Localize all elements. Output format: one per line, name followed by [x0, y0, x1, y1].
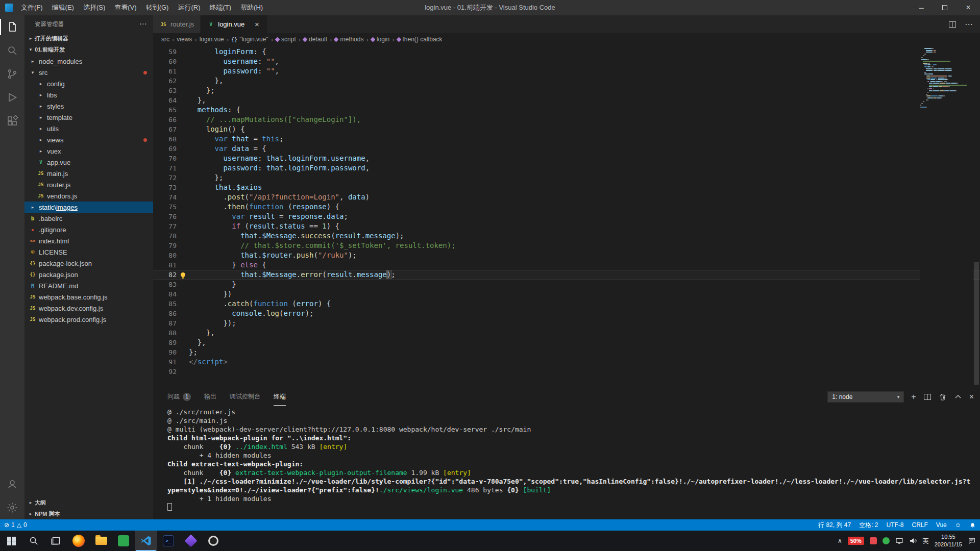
code-line-80[interactable]: 80 that.$router.push("/ruku"); — [153, 251, 980, 260]
breadcrumb-item[interactable]: then() callback — [397, 36, 443, 43]
code-line-67[interactable]: 67 login() { — [153, 124, 980, 134]
more-actions-icon[interactable]: ⋯ — [965, 19, 973, 29]
breadcrumb-item[interactable]: src — [161, 36, 169, 43]
taskbar-green-app[interactable] — [112, 531, 135, 551]
feedback-smiley-icon[interactable]: ☺ — [951, 519, 965, 531]
code-line-78[interactable]: 78 that.$Message.success(result.message)… — [153, 231, 980, 241]
source-control-icon[interactable] — [0, 62, 24, 86]
code-line-65[interactable]: 65 methods: { — [153, 105, 980, 115]
tree-item-index.html[interactable]: <>index.html — [24, 235, 153, 246]
kill-terminal-icon[interactable] — [939, 393, 947, 401]
code-line-61[interactable]: 61 password: "", — [153, 66, 980, 76]
notifications-bell-icon[interactable] — [965, 519, 980, 531]
menu-edit[interactable]: 编辑(E) — [47, 0, 79, 15]
code-line-70[interactable]: 70 username: that.loginForm.username, — [153, 154, 980, 163]
start-button[interactable] — [0, 531, 22, 551]
menu-selection[interactable]: 选择(S) — [79, 0, 110, 15]
code-line-64[interactable]: 64 }, — [153, 95, 980, 105]
tree-item-vendors.js[interactable]: JSvendors.js — [24, 190, 153, 202]
tree-item-main.js[interactable]: JSmain.js — [24, 168, 153, 179]
problems-status[interactable]: ⊘1 △0 — [0, 519, 31, 531]
breadcrumb-item[interactable]: views — [177, 36, 192, 43]
breadcrumb-item[interactable]: login.vue — [200, 36, 224, 43]
tab-login.vue[interactable]: Vlogin.vue× — [201, 15, 267, 33]
code-line-72[interactable]: 72 }; — [153, 173, 980, 183]
tree-item-views[interactable]: ▸views — [24, 134, 153, 145]
code-line-76[interactable]: 76 var result = response.data; — [153, 212, 980, 221]
network-icon[interactable] — [895, 537, 903, 545]
tree-item-package-lock.json[interactable]: {}package-lock.json — [24, 258, 153, 269]
code-line-86[interactable]: 86 console.log(error); — [153, 309, 980, 318]
open-editors-section[interactable]: ▸ 打开的编辑器 — [24, 33, 153, 44]
menu-help[interactable]: 帮助(H) — [236, 0, 267, 15]
code-line-59[interactable]: 59 loginForm: { — [153, 47, 980, 57]
run-debug-icon[interactable] — [0, 86, 24, 109]
code-line-84[interactable]: 84 }) — [153, 289, 980, 299]
language-mode[interactable]: Vue — [932, 519, 951, 531]
tree-item-package.json[interactable]: {}package.json — [24, 269, 153, 280]
taskbar-recorder-app[interactable] — [202, 531, 225, 551]
tab-router.js[interactable]: JSrouter.js — [153, 15, 201, 33]
extensions-icon[interactable] — [0, 109, 24, 133]
input-language[interactable]: 英 — [923, 537, 929, 545]
tree-item-static[interactable]: ▸static\images — [24, 202, 153, 213]
code-line-75[interactable]: 75 .then(function (response) { — [153, 202, 980, 212]
maximize-panel-icon[interactable] — [954, 393, 962, 401]
taskbar-terminal-app[interactable]: >_ — [157, 531, 180, 551]
split-terminal-icon[interactable] — [923, 393, 932, 401]
tree-item-README.md[interactable]: MREADME.md — [24, 280, 153, 291]
eol-selector[interactable]: CRLF — [908, 519, 932, 531]
new-terminal-icon[interactable]: + — [911, 392, 916, 402]
minimize-button[interactable]: ─ — [910, 0, 933, 15]
code-line-77[interactable]: 77 if (result.status == 1) { — [153, 221, 980, 231]
taskbar-firefox[interactable] — [67, 531, 90, 551]
tree-item-node_modules[interactable]: ▸node_modules — [24, 56, 153, 67]
code-line-79[interactable]: 79 // that.$store.commit('$_setToken', r… — [153, 241, 980, 251]
panel-tab-output[interactable]: 输出 — [204, 388, 216, 406]
terminal-picker[interactable]: 1: node ▾ — [827, 391, 904, 403]
code-line-87[interactable]: 87 }); — [153, 318, 980, 328]
panel-tab-terminal[interactable]: 终端 — [274, 388, 286, 406]
split-editor-icon[interactable] — [948, 20, 957, 29]
tree-item-template[interactable]: ▸template — [24, 112, 153, 123]
recorder-percent-badge[interactable]: 50% — [848, 537, 864, 545]
code-line-82[interactable]: 82 that.$Message.error(result.message); — [153, 270, 980, 280]
task-view-button[interactable] — [45, 531, 67, 551]
code-line-90[interactable]: 90}; — [153, 347, 980, 357]
indentation[interactable]: 空格: 2 — [855, 519, 882, 531]
workspace-root[interactable]: ▾ 01.前端开发 — [24, 44, 153, 55]
explorer-icon[interactable] — [0, 15, 24, 39]
account-icon[interactable] — [0, 472, 24, 496]
code-line-81[interactable]: 81 } else { — [153, 260, 980, 270]
system-clock[interactable]: 10:55 2020/11/15 — [935, 533, 962, 548]
tree-item-LICENSE[interactable]: ©LICENSE — [24, 246, 153, 258]
taskbar-file-explorer[interactable] — [90, 531, 112, 551]
code-line-62[interactable]: 62 }, — [153, 76, 980, 86]
tree-item-.babelrc[interactable]: b.babelrc — [24, 213, 153, 224]
editor-scrollbar[interactable] — [973, 45, 980, 388]
menu-go[interactable]: 转到(G) — [141, 0, 174, 15]
menu-terminal[interactable]: 终端(T) — [205, 0, 236, 15]
tree-item-styles[interactable]: ▸styles — [24, 101, 153, 112]
close-tab-icon[interactable]: × — [253, 20, 261, 29]
code-line-68[interactable]: 68 var that = this; — [153, 134, 980, 144]
tree-item-libs[interactable]: ▸libs — [24, 89, 153, 101]
breadcrumb-item[interactable]: login — [371, 36, 389, 43]
code-line-92[interactable]: 92 — [153, 367, 980, 377]
maximize-button[interactable] — [933, 0, 957, 15]
code-line-71[interactable]: 71 password: that.loginForm.password, — [153, 163, 980, 173]
action-center-icon[interactable] — [968, 537, 976, 545]
code-line-69[interactable]: 69 var data = { — [153, 144, 980, 154]
tree-item-webpack.base.config.js[interactable]: JSwebpack.base.config.js — [24, 291, 153, 303]
code-line-63[interactable]: 63 }; — [153, 86, 980, 95]
taskbar-search-button[interactable] — [22, 531, 45, 551]
menu-view[interactable]: 查看(V) — [110, 0, 141, 15]
tree-item-app.vue[interactable]: Vapp.vue — [24, 157, 153, 168]
npm-scripts-section[interactable]: ▸ NPM 脚本 — [24, 508, 153, 519]
tree-item-router.js[interactable]: JSrouter.js — [24, 179, 153, 190]
tree-item-vuex[interactable]: ▸vuex — [24, 145, 153, 157]
terminal-content[interactable]: @ ./src/router.js@ ./src/main.js@ multi … — [153, 406, 980, 519]
menu-file[interactable]: 文件(F) — [16, 0, 47, 15]
breadcrumb-item[interactable]: methods — [334, 36, 363, 43]
breadcrumb-item[interactable]: {}"login.vue" — [231, 36, 268, 43]
